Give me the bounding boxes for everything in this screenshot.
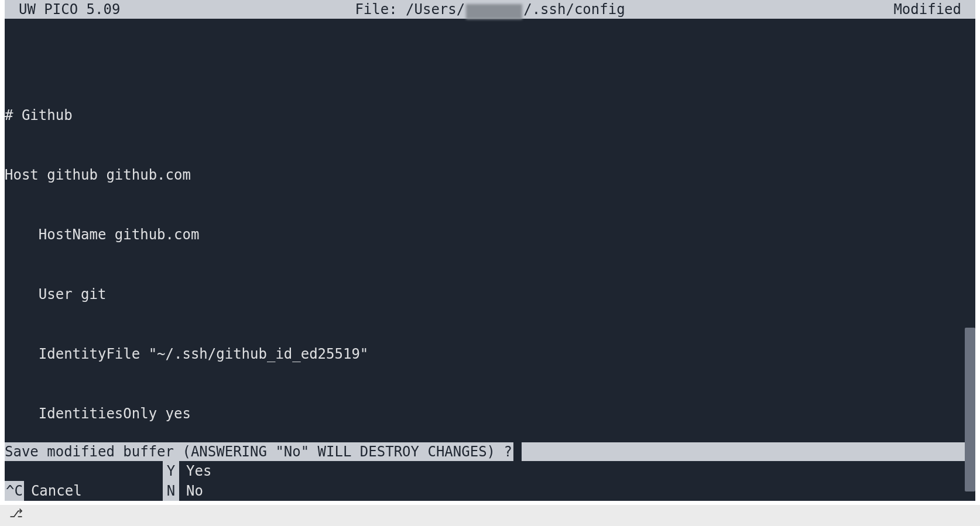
terminal-window: UW PICO 5.09 File: /Users/ /.ssh/config … <box>5 0 975 501</box>
file-path: File: /Users/ /.ssh/config <box>5 0 975 19</box>
editor-line: IdentityFile "~/.ssh/github_id_ed25519" <box>5 344 975 364</box>
save-prompt: Save modified buffer (ANSWERING "No" WIL… <box>5 442 975 461</box>
shortcut-label-cancel: Cancel <box>24 481 82 501</box>
shortcut-key-cancel: ^C <box>5 481 24 501</box>
editor-line: Host github github.com <box>5 165 975 185</box>
prompt-fill <box>522 442 975 461</box>
editor-content[interactable]: # Github Host github github.com HostName… <box>5 19 975 463</box>
shortcut-row: ^C Cancel N No <box>5 481 975 501</box>
branch-icon: ⎇ <box>9 506 23 520</box>
shortcut-label-yes: Yes <box>179 461 211 481</box>
prompt-text: Save modified buffer (ANSWERING "No" WIL… <box>5 442 512 461</box>
shortcut-yes[interactable]: Y Yes <box>163 461 321 481</box>
file-path-prefix: File: /Users/ <box>355 0 465 19</box>
prompt-area: Save modified buffer (ANSWERING "No" WIL… <box>5 442 975 501</box>
editor-line: HostName github.com <box>5 225 975 245</box>
empty-shortcut-slot <box>5 461 163 481</box>
shortcut-label-no: No <box>179 481 203 501</box>
modified-status: Modified <box>893 0 961 19</box>
shortcut-row: Y Yes <box>5 461 975 481</box>
shortcut-cancel[interactable]: ^C Cancel <box>5 481 163 501</box>
title-bar: UW PICO 5.09 File: /Users/ /.ssh/config … <box>5 0 975 19</box>
bottom-status-bar: ⎇ <box>0 505 980 526</box>
file-path-suffix: /.ssh/config <box>523 0 625 19</box>
redacted-username <box>466 4 522 19</box>
shortcut-no[interactable]: N No <box>163 481 321 501</box>
cursor <box>513 442 522 461</box>
shortcut-key-y: Y <box>163 461 179 481</box>
scrollbar[interactable] <box>965 328 975 491</box>
app-name: UW PICO 5.09 <box>5 0 120 19</box>
shortcuts-area: Y Yes ^C Cancel N No <box>5 461 975 501</box>
editor-line: User git <box>5 284 975 304</box>
editor-line: IdentitiesOnly yes <box>5 404 975 424</box>
editor-line: # Github <box>5 105 975 125</box>
shortcut-key-n: N <box>163 481 179 501</box>
